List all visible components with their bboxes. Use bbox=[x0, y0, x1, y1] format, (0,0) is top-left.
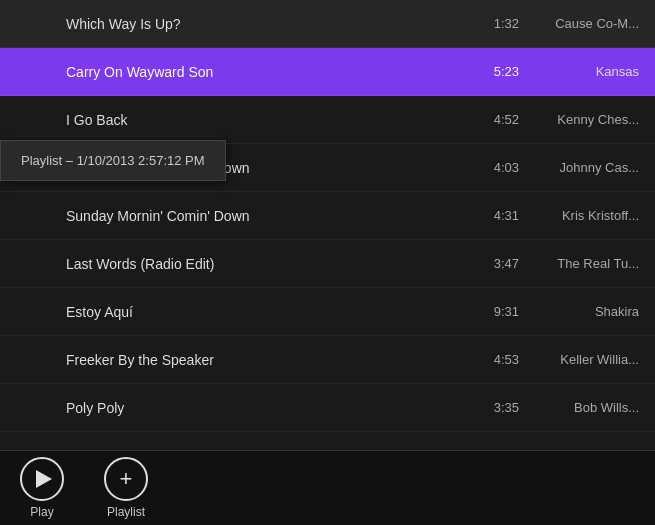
play-button[interactable]: Play bbox=[20, 457, 64, 519]
track-duration: 1:32 bbox=[459, 16, 519, 31]
track-row[interactable]: Carry On Wayward Son5:23Kansas bbox=[0, 48, 655, 96]
track-artist: Keller Willia... bbox=[519, 352, 639, 367]
track-title: Which Way Is Up? bbox=[66, 16, 459, 32]
track-title: Poly Poly bbox=[66, 400, 459, 416]
track-row[interactable]: Last Words (Radio Edit)3:47The Real Tu..… bbox=[0, 240, 655, 288]
track-artist: Shakira bbox=[519, 304, 639, 319]
plus-icon: + bbox=[120, 468, 133, 490]
track-duration: 5:23 bbox=[459, 64, 519, 79]
track-row[interactable]: Estoy Aquí9:31Shakira bbox=[0, 288, 655, 336]
playlist-circle-icon: + bbox=[104, 457, 148, 501]
track-artist: Cause Co-M... bbox=[519, 16, 639, 31]
track-duration: 3:35 bbox=[459, 400, 519, 415]
track-title: Estoy Aquí bbox=[66, 304, 459, 320]
track-artist: Kris Kristoff... bbox=[519, 208, 639, 223]
track-artist: The Real Tu... bbox=[519, 256, 639, 271]
play-circle-icon bbox=[20, 457, 64, 501]
track-title: Freeker By the Speaker bbox=[66, 352, 459, 368]
track-duration: 4:03 bbox=[459, 160, 519, 175]
playlist-label: Playlist bbox=[107, 505, 145, 519]
track-row[interactable]: Which Way Is Up?1:32Cause Co-M... bbox=[0, 0, 655, 48]
track-title: Carry On Wayward Son bbox=[66, 64, 459, 80]
playlist-tooltip: Playlist – 1/10/2013 2:57:12 PM bbox=[0, 140, 226, 181]
track-duration: 3:47 bbox=[459, 256, 519, 271]
bottom-bar: Play + Playlist bbox=[0, 450, 655, 525]
track-row[interactable]: Sunday Mornin' Comin' Down4:31Kris Krist… bbox=[0, 192, 655, 240]
track-row[interactable]: Poly Poly3:35Bob Wills... bbox=[0, 384, 655, 432]
track-artist: Kenny Ches... bbox=[519, 112, 639, 127]
play-label: Play bbox=[30, 505, 53, 519]
track-row[interactable]: I Go Back4:52Kenny Ches... bbox=[0, 96, 655, 144]
play-triangle-icon bbox=[36, 470, 52, 488]
track-artist: Kansas bbox=[519, 64, 639, 79]
tooltip-text: Playlist – 1/10/2013 2:57:12 PM bbox=[21, 153, 205, 168]
track-row[interactable]: Freeker By the Speaker4:53Keller Willia.… bbox=[0, 336, 655, 384]
track-duration: 9:31 bbox=[459, 304, 519, 319]
track-title: I Go Back bbox=[66, 112, 459, 128]
track-duration: 4:52 bbox=[459, 112, 519, 127]
track-duration: 4:31 bbox=[459, 208, 519, 223]
track-title: Last Words (Radio Edit) bbox=[66, 256, 459, 272]
track-list: Which Way Is Up?1:32Cause Co-M...Carry O… bbox=[0, 0, 655, 432]
track-artist: Johnny Cas... bbox=[519, 160, 639, 175]
playlist-button[interactable]: + Playlist bbox=[104, 457, 148, 519]
track-artist: Bob Wills... bbox=[519, 400, 639, 415]
track-title: Sunday Mornin' Comin' Down bbox=[66, 208, 459, 224]
track-duration: 4:53 bbox=[459, 352, 519, 367]
